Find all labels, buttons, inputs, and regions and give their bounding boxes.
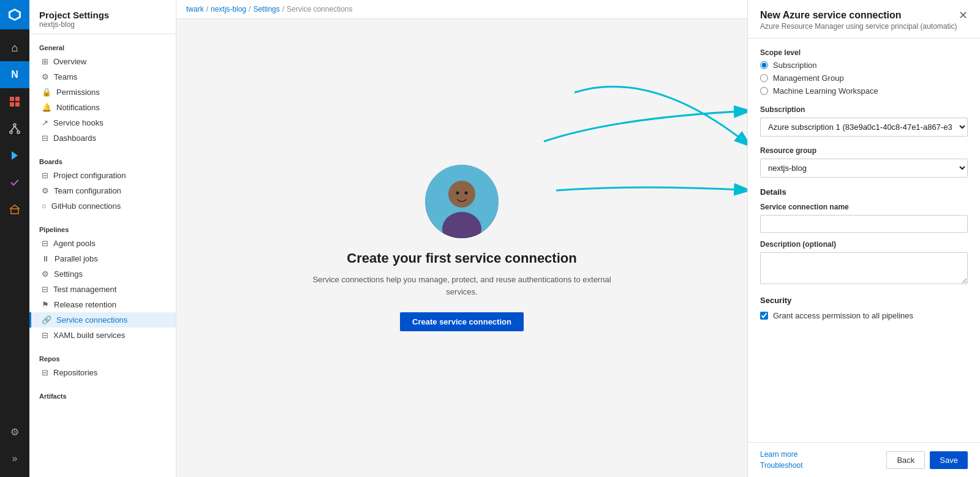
panel-close-button[interactable]: ✕ [959, 10, 968, 21]
back-button[interactable]: Back [886, 451, 925, 469]
radio-management-group-input[interactable] [760, 74, 768, 82]
sidebar-item-service-connections[interactable]: 🔗 Service connections [29, 312, 176, 328]
test-icon: ⊟ [42, 285, 48, 294]
breadcrumb-sep1: / [206, 5, 208, 13]
create-service-connection-button[interactable]: Create service connection [400, 312, 524, 331]
radio-ml-workspace-input[interactable] [760, 87, 768, 95]
connection-icon: 🔗 [42, 315, 51, 325]
grant-access-checkbox[interactable] [760, 312, 768, 320]
sidebar-item-notifications-label: Notifications [56, 103, 100, 112]
nav-repos[interactable] [0, 115, 29, 142]
svg-rect-3 [15, 102, 20, 107]
nav-home[interactable]: ⌂ [0, 34, 29, 61]
sidebar-item-github[interactable]: ○ GitHub connections [29, 198, 176, 214]
subscription-select[interactable]: Azure subscription 1 (83e9a0c1-40c8-47e1… [760, 118, 968, 137]
sidebar-item-project-config[interactable]: ⊟ Project configuration [29, 168, 176, 183]
description-label: Description (optional) [760, 240, 968, 249]
sidebar-item-repositories[interactable]: ⊟ Repositories [29, 365, 176, 380]
sidebar-item-xaml-build[interactable]: ⊟ XAML build services [29, 328, 176, 343]
security-title: Security [760, 296, 968, 305]
sidebar-item-service-hooks[interactable]: ↗ Service hooks [29, 115, 176, 130]
radio-subscription-input[interactable] [760, 61, 768, 69]
section-general-title: General [29, 42, 176, 54]
sidebar-item-release-retention[interactable]: ⚑ Release retention [29, 297, 176, 312]
main-content: Create your first service connection Ser… [176, 19, 747, 477]
troubleshoot-link[interactable]: Troubleshoot [760, 461, 803, 470]
section-repos-title: Repos [29, 353, 176, 365]
subscription-label: Subscription [760, 105, 968, 114]
sidebar-item-permissions[interactable]: 🔒 Permissions [29, 85, 176, 100]
footer-links: Learn more Troubleshoot [760, 450, 803, 470]
xaml-icon: ⊟ [42, 331, 48, 340]
radio-subscription-label: Subscription [773, 61, 817, 70]
service-conn-name-input[interactable] [760, 215, 968, 233]
section-general: General ⊞ Overview ⚙ Teams 🔒 Permissions… [29, 34, 176, 148]
nav-pipelines[interactable] [0, 142, 29, 169]
breadcrumb-twark[interactable]: twark [186, 5, 204, 13]
project-settings-title: Project Settings [39, 10, 166, 20]
sidebar-item-dashboards-label: Dashboards [53, 133, 96, 143]
sidebar-item-dashboards[interactable]: ⊟ Dashboards [29, 130, 176, 146]
breadcrumb-sep2: / [249, 5, 251, 13]
sidebar-item-service-connections-label: Service connections [56, 315, 127, 325]
breadcrumb-settings[interactable]: Settings [253, 5, 279, 13]
nav-n-badge[interactable]: N [0, 61, 29, 88]
sidebar-item-agent-pools[interactable]: ⊟ Agent pools [29, 236, 176, 251]
sidebar-item-settings-label: Settings [54, 269, 83, 279]
service-conn-name-label: Service connection name [760, 203, 968, 211]
sidebar-item-project-config-label: Project configuration [53, 171, 126, 180]
radio-ml-workspace[interactable]: Machine Learning Workspace [760, 86, 968, 96]
avatar [425, 165, 499, 238]
center-panel: Create your first service connection Ser… [309, 165, 615, 331]
nav-expand[interactable]: » [0, 445, 29, 472]
svg-marker-9 [12, 151, 18, 160]
radio-management-group[interactable]: Management Group [760, 73, 968, 83]
teams-icon: ⚙ [42, 72, 49, 81]
radio-subscription[interactable]: Subscription [760, 61, 968, 70]
radio-ml-workspace-label: Machine Learning Workspace [773, 86, 878, 96]
learn-more-link[interactable]: Learn more [760, 450, 803, 459]
save-button[interactable]: Save [930, 451, 968, 469]
sidebar-item-overview[interactable]: ⊞ Overview [29, 54, 176, 69]
svg-point-4 [13, 124, 16, 126]
breadcrumb-nextjs-blog[interactable]: nextjs-blog [211, 5, 246, 13]
section-pipelines: Pipelines ⊟ Agent pools ⏸ Parallel jobs … [29, 216, 176, 345]
sidebar-item-teams[interactable]: ⚙ Teams [29, 69, 176, 85]
parallel-icon: ⏸ [42, 254, 50, 263]
sidebar-item-github-label: GitHub connections [51, 201, 121, 211]
section-boards: Boards ⊟ Project configuration ⚙ Team co… [29, 148, 176, 216]
sidebar: Project Settings nextjs-blog General ⊞ O… [29, 0, 176, 477]
nav-settings[interactable]: ⚙ [0, 418, 29, 445]
panel-header-title: New Azure service connection Azure Resou… [760, 10, 957, 31]
sidebar-item-team-config-label: Team configuration [54, 186, 121, 195]
subscription-section: Subscription Azure subscription 1 (83e9a… [760, 105, 968, 137]
sidebar-item-parallel-jobs[interactable]: ⏸ Parallel jobs [29, 251, 176, 266]
scope-level-label: Scope level [760, 48, 968, 57]
sidebar-item-team-config[interactable]: ⚙ Team configuration [29, 183, 176, 198]
sidebar-item-notifications[interactable]: 🔔 Notifications [29, 100, 176, 115]
nav-artifacts[interactable] [0, 196, 29, 223]
section-artifacts: Artifacts [29, 383, 176, 405]
resource-group-select[interactable]: nextjs-blog [760, 159, 968, 178]
sidebar-item-release-retention-label: Release retention [54, 300, 116, 309]
grant-access-checkbox-label[interactable]: Grant access permission to all pipelines [760, 311, 968, 320]
app-logo[interactable] [0, 0, 29, 29]
repos-icon: ⊟ [42, 368, 48, 377]
config-icon: ⊟ [42, 171, 48, 180]
svg-point-6 [17, 131, 20, 133]
svg-point-18 [465, 192, 468, 195]
icon-bar-bottom: ⚙ » [0, 418, 29, 477]
details-title: Details [760, 187, 968, 197]
section-artifacts-title: Artifacts [29, 390, 176, 402]
nav-testplans[interactable] [0, 169, 29, 196]
sidebar-item-test-mgmt-label: Test management [53, 285, 116, 294]
details-section: Details Service connection name Descript… [760, 187, 968, 286]
sidebar-item-test-management[interactable]: ⊟ Test management [29, 282, 176, 297]
breadcrumb-service-connections: Service connections [287, 5, 352, 13]
breadcrumb: twark / nextjs-blog / Settings / Service… [176, 0, 747, 19]
sidebar-item-settings[interactable]: ⚙ Settings [29, 266, 176, 282]
description-input[interactable] [760, 252, 968, 284]
nav-boards[interactable] [0, 88, 29, 115]
main-heading: Create your first service connection [309, 250, 615, 266]
svg-point-15 [448, 181, 475, 208]
